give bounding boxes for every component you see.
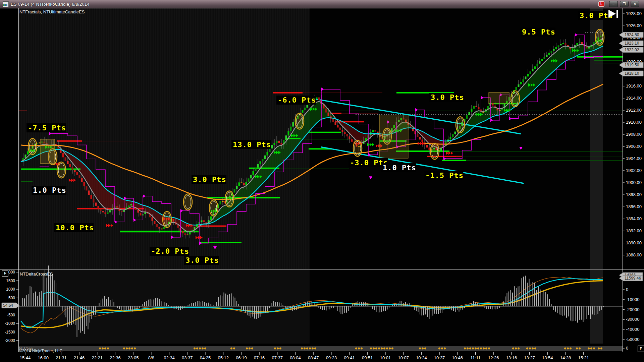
svg-text:09:51: 09:51: [362, 355, 373, 360]
pts-annotation: 3.0 Pts: [431, 93, 464, 102]
svg-text:11599.46: 11599.46: [625, 276, 641, 281]
svg-text:1892.00: 1892.00: [626, 228, 642, 233]
svg-text:1890.00: 1890.00: [626, 240, 642, 245]
svg-text:-2000: -2000: [5, 338, 15, 343]
svg-text:16:00: 16:00: [38, 355, 49, 360]
svg-text:1894.00: 1894.00: [626, 216, 642, 221]
svg-text:1500: 1500: [6, 279, 15, 283]
svg-text:03:37: 03:37: [182, 355, 193, 360]
chart-window: -7.5 Pts1.0 Pts10.0 Pts-2.0 Pts3.0 Pts3.…: [0, 0, 644, 362]
svg-text:1924.50: 1924.50: [625, 33, 639, 37]
svg-text:11:11: 11:11: [470, 355, 481, 360]
svg-text:1904.00: 1904.00: [626, 156, 642, 161]
svg-text:1000: 1000: [6, 287, 15, 292]
svg-text:13:54: 13:54: [542, 355, 553, 360]
svg-text:0: 0: [626, 346, 628, 351]
svg-text:02:34: 02:34: [164, 355, 175, 360]
svg-text:22:21: 22:21: [92, 355, 103, 360]
svg-text:1896.00: 1896.00: [626, 204, 642, 209]
pts-annotation: 3.0 Pts: [185, 256, 219, 264]
dots-panel: [19, 346, 623, 351]
svg-text:1914.00: 1914.00: [626, 96, 642, 101]
svg-text:10:46: 10:46: [452, 355, 463, 360]
svg-text:21:46: 21:46: [74, 355, 85, 360]
pts-annotation: 13.0 Pts: [233, 140, 271, 149]
svg-text:04:25: 04:25: [200, 355, 211, 360]
svg-text:09:41: 09:41: [344, 355, 355, 360]
svg-text:08:04: 08:04: [290, 355, 301, 360]
chart-canvas[interactable]: -7.5 Pts1.0 Pts10.0 Pts-2.0 Pts3.0 Pts3.…: [0, 0, 644, 362]
svg-text:-1500: -1500: [5, 330, 15, 335]
svg-text:1910.00: 1910.00: [626, 120, 642, 125]
svg-text:13:16: 13:16: [506, 355, 517, 360]
pts-annotation: -6.0 Pts: [278, 96, 316, 104]
svg-text:1900.00: 1900.00: [626, 180, 642, 185]
pts-annotation: -7.5 Pts: [28, 124, 66, 132]
restore-button[interactable]: ❐: [620, 1, 629, 7]
pts-annotation: -2.0 Pts: [151, 247, 189, 255]
pts-annotation: 1.0 Pts: [33, 186, 66, 194]
svg-text:1888.00: 1888.00: [626, 252, 642, 257]
panel-focus-button-left[interactable]: F: [2, 270, 8, 277]
svg-text:1906.00: 1906.00: [626, 144, 642, 149]
svg-text:-30000: -30000: [626, 317, 639, 322]
minimize-button[interactable]: –: [609, 1, 618, 7]
svg-text:1926.00: 1926.00: [626, 23, 642, 28]
pts-annotation: -1.5 Pts: [425, 171, 464, 180]
window-title: ES 09-14 (4 NTRenkoCandle) 8/8/2014: [11, 2, 90, 7]
svg-text:15:44: 15:44: [20, 355, 31, 360]
svg-text:10:24: 10:24: [416, 355, 427, 360]
svg-text:54.64: 54.64: [3, 303, 13, 308]
pts-annotation: 1.0 Pts: [383, 164, 416, 172]
close-button[interactable]: ✕: [631, 1, 639, 7]
pts-annotation: 3.0 Pts: [193, 175, 226, 184]
pts-annotation: 10.0 Pts: [56, 224, 94, 232]
time-axis[interactable]: 15:4416:0021:3121:4622:2122:3623:058/802…: [20, 352, 589, 360]
instrument-link-button[interactable]: L: [598, 1, 604, 7]
delta-axis-left[interactable]: 200015001000500-500-1000-1500-200054.64: [2, 270, 19, 343]
svg-text:13:27: 13:27: [524, 355, 535, 360]
svg-text:1898.00: 1898.00: [626, 192, 642, 197]
svg-text:0: 0: [626, 287, 628, 292]
svg-text:22:36: 22:36: [110, 355, 121, 360]
svg-text:21:31: 21:31: [56, 355, 67, 360]
svg-text:06:19: 06:19: [236, 355, 247, 360]
svg-text:1919.50: 1919.50: [625, 63, 639, 67]
svg-text:-500: -500: [7, 313, 15, 317]
svg-text:08:47: 08:47: [308, 355, 319, 360]
main-panel-label: NTFractals, NTUltimateCandleES: [19, 9, 85, 14]
delta-panel-label: NTDeltaCrossES: [20, 272, 53, 277]
svg-text:14:28: 14:28: [560, 355, 571, 360]
svg-text:1928.00: 1928.00: [626, 11, 642, 16]
background-bands: [18, 8, 623, 344]
svg-text:05:12: 05:12: [218, 355, 229, 360]
svg-text:1922.02: 1922.02: [625, 48, 639, 52]
svg-text:-50000: -50000: [626, 337, 639, 342]
pts-annotation: 9.5 Pts: [522, 28, 555, 36]
panel-focus-button-right[interactable]: F: [638, 346, 644, 352]
copyright-text: ©2014 NinjaTrader, LLC: [19, 349, 62, 353]
svg-text:10:07: 10:07: [398, 355, 409, 360]
svg-text:-10000: -10000: [626, 297, 639, 302]
svg-text:10:37: 10:37: [434, 355, 445, 360]
title-bar[interactable]: ES 09-14 (4 NTRenkoCandle) 8/8/2014 L – …: [0, 0, 644, 8]
svg-text:-20000: -20000: [626, 307, 639, 312]
svg-text:1923.10: 1923.10: [625, 41, 639, 46]
svg-text:1918.10: 1918.10: [625, 71, 639, 76]
svg-text:1912.00: 1912.00: [626, 108, 642, 113]
svg-text:-1000: -1000: [5, 321, 15, 326]
svg-text:07:16: 07:16: [254, 355, 265, 360]
app-icon: [3, 1, 9, 7]
svg-text:8/8: 8/8: [148, 355, 154, 360]
svg-text:07:37: 07:37: [272, 355, 283, 360]
pts-annotation: 3.0 Pts: [580, 11, 613, 20]
svg-text:09:23: 09:23: [326, 355, 337, 360]
svg-text:500: 500: [8, 296, 15, 300]
svg-text:23:05: 23:05: [128, 355, 139, 360]
svg-text:10:01: 10:01: [380, 355, 391, 360]
svg-text:12:26: 12:26: [488, 355, 499, 360]
svg-text:1902.00: 1902.00: [626, 168, 642, 173]
svg-text:1916.00: 1916.00: [626, 83, 642, 88]
svg-text:1908.00: 1908.00: [626, 132, 642, 137]
svg-text:15:21: 15:21: [578, 355, 589, 360]
